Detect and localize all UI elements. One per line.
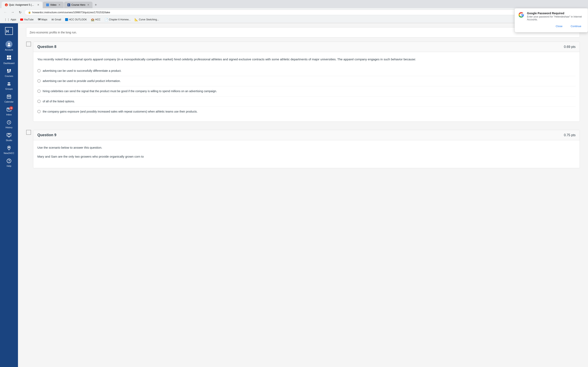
studio-icon (7, 133, 11, 138)
svg-rect-7 (7, 58, 9, 59)
sidebar-item-courses[interactable]: Courses (0, 67, 18, 79)
popup-title: Google Password Required (527, 12, 585, 15)
bookmark-curve[interactable]: 📐 Curve Sketching... (133, 17, 160, 22)
question9-text-part2: Mary and Sam are the only two growers wh… (37, 154, 576, 159)
bookmark-gmail[interactable]: ✉ Gmail (50, 17, 63, 22)
sidebar-item-help[interactable]: Help (0, 156, 18, 169)
question8-flag[interactable] (26, 42, 31, 47)
question8-title: Question 8 (37, 45, 56, 49)
popup-close-button[interactable]: Close (553, 24, 566, 29)
question9-title: Question 9 (37, 133, 56, 137)
groups-icon (7, 81, 11, 87)
sidebar-item-studio[interactable]: Studio (0, 131, 18, 143)
answer-text-q8d: of all of the listed options. (43, 99, 75, 104)
bookmark-hcc[interactable]: 🏫 HCC (89, 17, 102, 22)
gmail-icon: ✉ (52, 18, 54, 21)
sidebar-item-studio-label: Studio (6, 139, 12, 142)
bookmark-chapter-label: Chapter 6 Homew... (109, 18, 130, 21)
refresh-button[interactable]: ↻ (17, 9, 23, 15)
svg-point-30 (9, 134, 9, 134)
bookmark-youtube-label: YouTube (24, 18, 34, 21)
question9-body: Use the scenario below to answer this qu… (33, 140, 580, 168)
tab-coursehero[interactable]: C Course Hero × (64, 2, 93, 8)
popup-text-area: Google Password Required Enter your pass… (527, 12, 585, 21)
svg-rect-0 (3, 25, 15, 37)
new-tab-button[interactable]: + (93, 2, 99, 8)
sidebar-item-calendar-label: Calendar (4, 100, 14, 103)
radio-q8d[interactable] (37, 100, 41, 103)
radio-q8e[interactable] (37, 110, 41, 113)
account-avatar (6, 41, 12, 48)
question8-body: You recently noted that a national sport… (33, 52, 580, 122)
question8-option-d: of all of the listed options. (37, 96, 576, 106)
dashboard-icon (7, 55, 11, 61)
answer-text-q8e: the company gains exposure (and possibly… (43, 109, 198, 114)
sidebar: H Account Dashboard Courses (0, 23, 18, 367)
svg-point-3 (8, 43, 10, 44)
question8-option-c: hiring celebrities can send the signal t… (37, 86, 576, 96)
svg-rect-9 (7, 69, 9, 71)
popup-header: Google Password Required Enter your pass… (518, 12, 585, 21)
sidebar-item-history[interactable]: History (0, 118, 18, 131)
svg-point-4 (8, 45, 10, 46)
sidebar-item-account[interactable]: Account (0, 39, 18, 53)
svg-rect-23 (9, 97, 10, 97)
svg-rect-5 (7, 55, 9, 57)
sidebar-item-new2hcc[interactable]: New2HCC (0, 143, 18, 156)
tab-title-video: Video (50, 3, 56, 6)
tab-favicon-video (46, 3, 49, 6)
tab-close-coursehero[interactable]: × (87, 3, 89, 7)
radio-q8a[interactable] (37, 69, 41, 72)
bookmark-chapter[interactable]: 📄 Chapter 6 Homew... (103, 17, 132, 22)
radio-q8b[interactable] (37, 79, 41, 83)
svg-point-16 (9, 84, 11, 85)
address-bar[interactable]: 🔒 howardcc.instructure.com/courses/10990… (25, 9, 586, 15)
partial-answer-text: Zero economic profits in the long run. (30, 31, 77, 34)
radio-q8c[interactable] (37, 90, 41, 93)
nav-bar: ← → ↻ 🔒 howardcc.instructure.com/courses… (0, 8, 588, 16)
tab-video[interactable]: Video × (43, 2, 64, 8)
tab-favicon-quiz: Q (5, 3, 8, 6)
svg-text:H: H (6, 29, 9, 33)
inbox-badge: 38 (9, 106, 13, 110)
youtube-icon (20, 18, 23, 21)
question9-wrapper: Question 9 0.75 pts Use the scenario bel… (26, 130, 580, 172)
tab-close-quiz[interactable]: × (37, 3, 39, 7)
tab-quiz[interactable]: Q Quiz: Assignment 5 (Unit 8) × (2, 2, 43, 8)
bookmark-youtube[interactable]: YouTube (18, 17, 35, 22)
hcc-icon: 🏫 (91, 18, 94, 21)
history-icon (7, 120, 11, 125)
question9-container: Question 9 0.75 pts Use the scenario bel… (33, 130, 580, 168)
address-text: howardcc.instructure.com/courses/1099073… (32, 11, 110, 14)
question9-flag[interactable] (26, 130, 31, 135)
forward-button[interactable]: → (10, 9, 16, 15)
bookmark-hcc-outlook[interactable]: HCC OUTLOOK (63, 17, 88, 22)
svg-rect-11 (7, 71, 11, 72)
sidebar-item-history-label: History (6, 126, 12, 129)
question8-option-e: the company gains exposure (and possibly… (37, 106, 576, 117)
sidebar-item-inbox[interactable]: 38 Inbox (0, 105, 18, 118)
sidebar-item-groups[interactable]: Groups (0, 79, 18, 92)
svg-point-33 (9, 147, 9, 148)
main-content: Zero economic profits in the long run. Q… (18, 23, 588, 367)
bookmark-hcc-outlook-label: HCC OUTLOOK (69, 18, 87, 21)
bookmarks-bar: ⋮⋮ Apps YouTube 🗺 Maps ✉ Gmail HCC OUTLO… (0, 16, 588, 23)
curve-icon: 📐 (135, 18, 138, 21)
answer-text-q8c: hiring celebrities can send the signal t… (43, 89, 217, 93)
tab-close-video[interactable]: × (58, 3, 60, 7)
sidebar-item-calendar[interactable]: Calendar (0, 92, 18, 105)
calendar-icon (7, 94, 11, 100)
svg-rect-8 (9, 58, 11, 59)
back-button[interactable]: ← (2, 9, 8, 15)
bookmark-apps[interactable]: ⋮⋮ Apps (2, 17, 18, 22)
popup-continue-button[interactable]: Continue (567, 24, 585, 29)
sidebar-item-dashboard-label: Dashboard (3, 62, 15, 64)
tab-bar: Q Quiz: Assignment 5 (Unit 8) × Video × … (0, 0, 588, 8)
svg-point-13 (8, 82, 9, 83)
sidebar-item-dashboard[interactable]: Dashboard (0, 53, 18, 67)
bookmark-maps[interactable]: 🗺 Maps (36, 17, 49, 22)
question9-header: Question 9 0.75 pts (33, 130, 580, 140)
password-popup: Google Password Required Enter your pass… (515, 8, 588, 33)
answer-text-q8b: advertising can be used to provide usefu… (43, 79, 121, 83)
svg-rect-6 (9, 55, 11, 57)
